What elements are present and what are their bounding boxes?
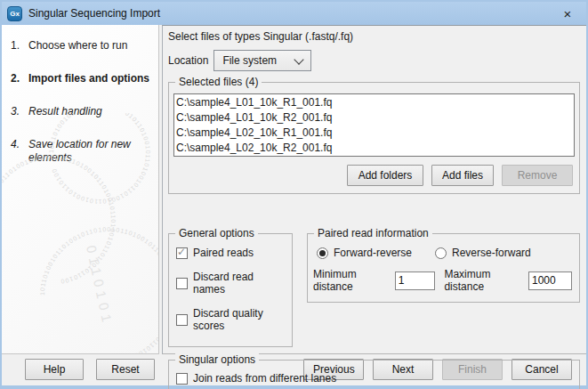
orientation-radio-group: Forward-reverse Reverse-forward	[317, 247, 572, 259]
reset-button[interactable]: Reset	[96, 359, 155, 380]
dialog-body: 1. Choose where to run 2. Import files a…	[2, 25, 586, 354]
file-list-item[interactable]: C:\sample4_L01_10k_R1_001.fq	[176, 95, 574, 110]
options-row: General options Paired reads Discard rea…	[168, 226, 580, 347]
step-choose-where-to-run: 1. Choose where to run	[11, 39, 151, 53]
app-icon: Gx	[7, 6, 22, 21]
radio-label: Reverse-forward	[452, 247, 531, 259]
paired-reads-checkbox[interactable]	[176, 247, 188, 259]
file-list-item[interactable]: C:\sample4_L02_10k_R1_001.fq	[176, 126, 574, 141]
discard-read-names-checkbox[interactable]	[176, 278, 188, 289]
file-list-buttons: Add folders Add files Remove	[173, 165, 573, 186]
forward-reverse-radio[interactable]	[317, 247, 328, 259]
step-import-files-and-options: 2. Import files and options	[11, 72, 151, 85]
step-number: 3.	[11, 105, 28, 118]
selected-files-title: Selected files (4)	[175, 76, 262, 88]
file-list-item[interactable]: C:\sample4_L01_10k_R2_001.fq	[176, 110, 574, 126]
window-title: Singular Sequencing Import	[28, 7, 160, 20]
import-options-panel: Select files of types Singular (.fastq/.…	[162, 25, 586, 354]
discard-quality-scores-option[interactable]: Discard quality scores	[176, 307, 285, 332]
step-label: Choose where to run	[28, 39, 127, 53]
file-list[interactable]: C:\sample4_L01_10k_R1_001.fq C:\sample4_…	[173, 93, 575, 157]
discard-quality-scores-checkbox[interactable]	[176, 314, 188, 326]
footer-left-buttons: Help Reset	[25, 359, 155, 380]
svg-text:101101001011010010110100101101: 1011010010110100101101001011010010110100…	[2, 154, 117, 285]
join-reads-checkbox[interactable]	[176, 373, 188, 385]
help-button[interactable]: Help	[25, 359, 84, 380]
checkbox-label: Discard read names	[193, 271, 285, 296]
location-select[interactable]: File system	[213, 50, 311, 71]
close-icon[interactable]: ×	[556, 4, 579, 23]
svg-text:0110101: 0110101	[84, 244, 116, 328]
chevron-down-icon	[288, 57, 302, 64]
location-selected-value: File system	[222, 54, 277, 67]
join-reads-option[interactable]: Join reads from different lanes	[176, 372, 572, 385]
step-number: 4.	[11, 138, 28, 165]
title-bar: Gx Singular Sequencing Import ×	[2, 2, 586, 25]
step-label: Import files and options	[28, 72, 149, 85]
minimum-distance-input[interactable]	[395, 271, 435, 290]
svg-text:101101001011010010110100101101: 1011010010110100101101001011010010110100…	[39, 226, 159, 353]
checkbox-label: Paired reads	[193, 247, 254, 259]
checkbox-label: Join reads from different lanes	[193, 372, 336, 385]
distance-row: Minimum distance Maximum distance	[313, 268, 572, 293]
step-number: 1.	[11, 39, 28, 53]
singular-options-title: Singular options	[175, 353, 259, 366]
location-row: Location File system	[168, 50, 581, 71]
radio-label: Forward-reverse	[334, 247, 412, 259]
maximum-distance-label: Maximum distance	[444, 268, 524, 293]
reverse-forward-radio[interactable]	[435, 247, 447, 259]
forward-reverse-option[interactable]: Forward-reverse	[317, 247, 412, 259]
step-label: Result handling	[28, 105, 102, 118]
discard-read-names-option[interactable]: Discard read names	[176, 271, 285, 296]
wizard-steps-sidebar: 1. Choose where to run 2. Import files a…	[2, 25, 159, 354]
checkbox-label: Discard quality scores	[193, 307, 285, 332]
location-label: Location	[168, 54, 208, 67]
paired-read-information-group: Paired read information Forward-reverse …	[307, 233, 580, 303]
reverse-forward-option[interactable]: Reverse-forward	[435, 247, 531, 259]
import-wizard-dialog: Gx Singular Sequencing Import × 1. Choos…	[0, 0, 588, 389]
step-save-location: 4. Save location for new elements	[11, 138, 151, 165]
singular-options-group: Singular options Join reads from differe…	[168, 360, 580, 389]
maximum-distance-input[interactable]	[528, 271, 572, 290]
paired-reads-option[interactable]: Paired reads	[176, 247, 285, 259]
add-folders-button[interactable]: Add folders	[347, 165, 423, 186]
general-options-group: General options Paired reads Discard rea…	[168, 233, 293, 347]
step-number: 2.	[11, 72, 28, 85]
paired-read-information-title: Paired read information	[314, 227, 432, 239]
general-options-title: General options	[175, 227, 258, 239]
step-label: Save location for new elements	[28, 138, 151, 165]
remove-button: Remove	[502, 165, 573, 186]
selected-files-group: Selected files (4) C:\sample4_L01_10k_R1…	[168, 82, 580, 194]
minimum-distance-label: Minimum distance	[313, 268, 391, 293]
panel-instruction: Select files of types Singular (.fastq/.…	[167, 29, 581, 50]
file-list-item[interactable]: C:\sample4_L02_10k_R2_001.fq	[176, 141, 574, 156]
step-result-handling: 3. Result handling	[11, 105, 151, 118]
add-files-button[interactable]: Add files	[431, 165, 494, 186]
